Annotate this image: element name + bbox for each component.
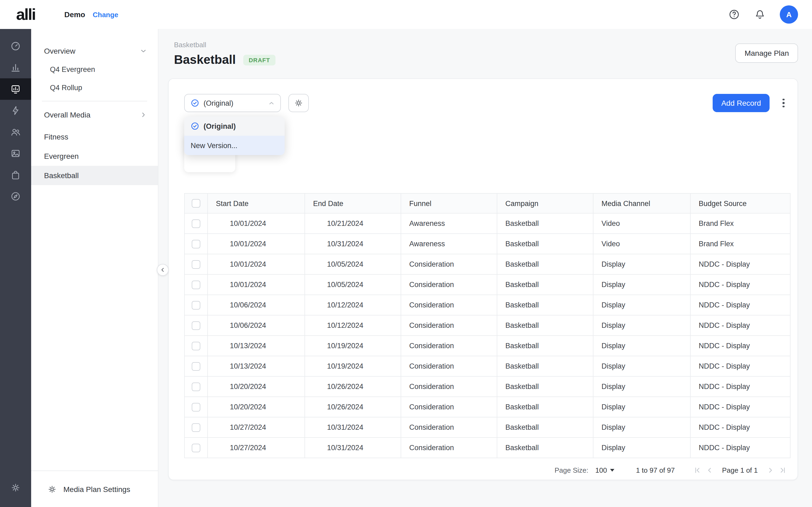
row-checkbox-cell — [185, 397, 208, 417]
cell-budget-source: NDDC - Display — [690, 274, 790, 295]
commerce-bag-icon[interactable] — [0, 164, 31, 186]
explore-compass-icon[interactable] — [0, 186, 31, 207]
row-checkbox[interactable] — [192, 382, 200, 391]
table-header-row: Start Date End Date Funnel Campaign Medi… — [185, 193, 790, 213]
table-row: 10/06/2024 10/12/2024 Consideration Bask… — [185, 295, 790, 315]
version-option-new-version[interactable]: New Version... — [184, 136, 285, 155]
cell-start-date: 10/27/2024 — [208, 438, 305, 458]
sidebar-item-evergreen[interactable]: Evergreen — [31, 147, 158, 166]
cell-end-date: 10/12/2024 — [305, 295, 401, 315]
cell-campaign: Basketball — [497, 274, 593, 295]
cell-media-channel: Display — [593, 315, 690, 336]
sidebar-collapse-button[interactable] — [157, 264, 169, 276]
page-size-select[interactable]: 100 — [595, 466, 614, 474]
cell-end-date: 10/05/2024 — [305, 274, 401, 295]
row-checkbox-cell — [185, 213, 208, 234]
cell-campaign: Basketball — [497, 356, 593, 376]
cell-start-date: 10/06/2024 — [208, 295, 305, 315]
row-checkbox[interactable] — [192, 321, 200, 330]
first-page-icon[interactable] — [693, 466, 701, 474]
cell-campaign: Basketball — [497, 336, 593, 356]
cell-start-date: 10/01/2024 — [208, 213, 305, 234]
sidebar-item-fitness[interactable]: Fitness — [31, 127, 158, 147]
creative-image-icon[interactable] — [0, 143, 31, 164]
cell-campaign: Basketball — [497, 213, 593, 234]
version-option-original-label: (Original) — [204, 122, 236, 130]
cell-budget-source: NDDC - Display — [690, 254, 790, 274]
cell-start-date: 10/20/2024 — [208, 376, 305, 397]
next-page-icon[interactable] — [766, 466, 774, 474]
row-checkbox-cell — [185, 295, 208, 315]
table-row: 10/20/2024 10/26/2024 Consideration Bask… — [185, 397, 790, 417]
media-plan-icon[interactable] — [0, 78, 31, 100]
version-select[interactable]: (Original) — [184, 94, 281, 112]
row-checkbox[interactable] — [192, 443, 200, 452]
notifications-bell-icon[interactable] — [754, 9, 766, 20]
sidebar-item-q4-evergreen[interactable]: Q4 Evergreen — [31, 60, 158, 78]
page-title: Basketball — [174, 53, 236, 67]
admin-settings-gear-icon[interactable] — [0, 477, 31, 498]
row-checkbox-cell — [185, 315, 208, 336]
help-icon[interactable] — [728, 9, 740, 20]
sidebar-item-overview[interactable]: Overview — [31, 42, 158, 60]
row-checkbox[interactable] — [192, 341, 200, 350]
sidebar: Overview Q4 Evergreen Q4 Rollup Overall … — [31, 29, 158, 507]
version-option-original[interactable]: (Original) — [184, 116, 285, 136]
row-checkbox-cell — [185, 254, 208, 274]
last-page-icon[interactable] — [779, 466, 787, 474]
row-checkbox-cell — [185, 234, 208, 254]
dashboard-icon[interactable] — [0, 36, 31, 57]
change-workspace-link[interactable]: Change — [93, 11, 118, 19]
row-checkbox-cell — [185, 438, 208, 458]
chevron-down-icon — [140, 47, 147, 55]
version-dropdown-menu: (Original) New Version... — [184, 116, 285, 155]
table-row: 10/27/2024 10/31/2024 Consideration Bask… — [185, 438, 790, 458]
user-avatar[interactable]: A — [780, 5, 798, 23]
table-row: 10/01/2024 10/05/2024 Consideration Bask… — [185, 274, 790, 295]
cell-media-channel: Display — [593, 356, 690, 376]
select-all-checkbox[interactable] — [192, 199, 200, 208]
cell-budget-source: NDDC - Display — [690, 295, 790, 315]
table-row: 10/27/2024 10/31/2024 Consideration Bask… — [185, 417, 790, 438]
row-checkbox-cell — [185, 356, 208, 376]
media-plan-settings-button[interactable]: Media Plan Settings — [31, 470, 158, 507]
row-checkbox[interactable] — [192, 219, 200, 228]
row-checkbox[interactable] — [192, 301, 200, 309]
more-options-kebab-icon[interactable] — [778, 96, 789, 110]
icon-sidebar — [0, 29, 31, 507]
caret-down-icon — [610, 469, 614, 471]
row-checkbox[interactable] — [192, 403, 200, 411]
cell-campaign: Basketball — [497, 254, 593, 274]
manage-plan-button[interactable]: Manage Plan — [735, 44, 798, 63]
row-checkbox-cell — [185, 336, 208, 356]
cell-end-date: 10/21/2024 — [305, 213, 401, 234]
cell-media-channel: Video — [593, 234, 690, 254]
bar-chart-icon[interactable] — [0, 57, 31, 78]
cell-start-date: 10/06/2024 — [208, 315, 305, 336]
row-checkbox[interactable] — [192, 239, 200, 248]
table-body: 10/01/2024 10/21/2024 Awareness Basketba… — [185, 213, 790, 458]
sidebar-item-basketball[interactable]: Basketball — [31, 166, 158, 185]
add-record-button[interactable]: Add Record — [713, 94, 770, 112]
audiences-people-icon[interactable] — [0, 121, 31, 143]
sidebar-item-q4-rollup[interactable]: Q4 Rollup — [31, 78, 158, 97]
check-circle-icon — [191, 99, 199, 107]
cell-campaign: Basketball — [497, 315, 593, 336]
table-settings-button[interactable] — [288, 94, 309, 112]
sidebar-item-overall-media[interactable]: Overall Media — [31, 106, 158, 124]
cell-media-channel: Display — [593, 274, 690, 295]
automation-lightning-icon[interactable] — [0, 100, 31, 121]
cell-start-date: 10/20/2024 — [208, 397, 305, 417]
media-plan-settings-label: Media Plan Settings — [63, 485, 130, 493]
gear-icon — [47, 484, 57, 494]
sidebar-divider — [42, 101, 147, 101]
main-content: Basketball Basketball DRAFT Manage Plan … — [158, 29, 812, 507]
row-checkbox[interactable] — [192, 280, 200, 289]
row-checkbox[interactable] — [192, 423, 200, 432]
table-row: 10/13/2024 10/19/2024 Consideration Bask… — [185, 336, 790, 356]
row-checkbox[interactable] — [192, 362, 200, 371]
prev-page-icon[interactable] — [705, 466, 713, 474]
row-checkbox[interactable] — [192, 260, 200, 269]
sidebar-overall-media-label: Overall Media — [44, 111, 91, 119]
pagination: Page 1 of 1 — [693, 466, 787, 474]
